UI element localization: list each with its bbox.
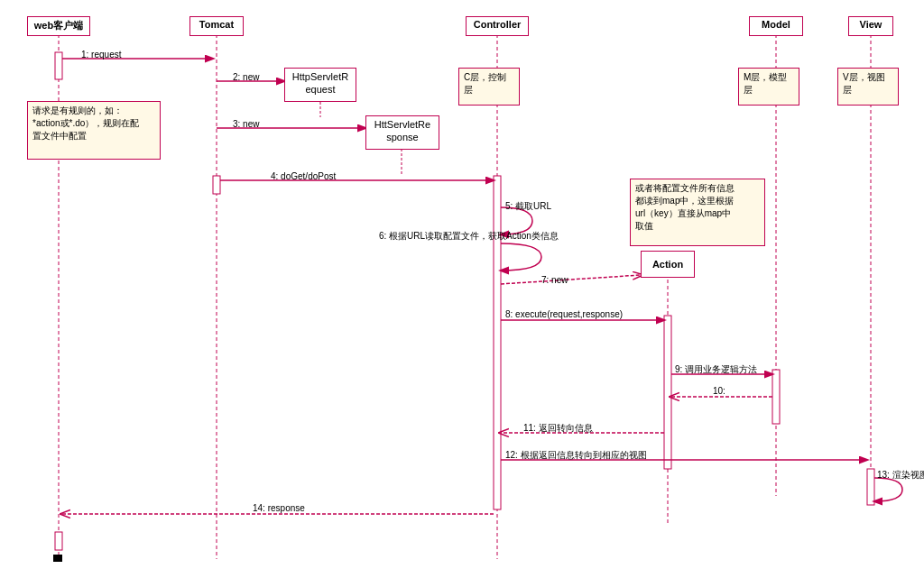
note-view: V层，视图 层	[837, 68, 899, 106]
label-m2: 2: new	[233, 72, 259, 82]
label-m5: 5: 截取URL	[505, 200, 551, 213]
svg-rect-8	[494, 176, 501, 509]
svg-rect-12	[55, 532, 62, 550]
label-m3: 3: new	[233, 119, 259, 129]
svg-line-17	[501, 275, 641, 284]
note-model: M层，模型 层	[738, 68, 799, 106]
label-m8: 8: execute(request,response)	[505, 309, 623, 319]
label-m4: 4: doGet/doPost	[271, 171, 336, 181]
svg-rect-9	[664, 316, 671, 469]
svg-rect-7	[213, 176, 220, 194]
actor-action: Action	[641, 251, 695, 278]
actor-view: View	[848, 16, 893, 36]
label-m11: 11: 返回转向信息	[523, 422, 593, 435]
svg-rect-11	[867, 469, 874, 505]
svg-rect-26	[53, 555, 62, 562]
label-m13: 13: 渲染视图	[877, 469, 924, 482]
actor-model: Model	[749, 16, 803, 36]
label-m7: 7: new	[541, 275, 568, 285]
label-m1: 1: request	[81, 50, 121, 60]
actor-controller: Controller	[466, 16, 529, 36]
label-m10: 10:	[713, 386, 725, 396]
label-m9: 9: 调用业务逻辑方法	[675, 363, 757, 376]
label-m14: 14: response	[253, 503, 305, 513]
label-m12: 12: 根据返回信息转向到相应的视图	[505, 449, 647, 462]
diagram-container: web客户端 Tomcat HttpServletR equest HttSer…	[0, 0, 924, 578]
note-web: 请求是有规则的，如： *action或*.do），规则在配 置文件中配置	[27, 101, 161, 160]
note-controller: C层，控制 层	[458, 68, 520, 106]
svg-rect-6	[55, 52, 62, 79]
actor-httpresponse: HttServletRe sponse	[365, 115, 439, 150]
actor-httprequest: HttpServletR equest	[284, 68, 356, 102]
label-m6: 6: 根据URL读取配置文件，获取Action类信息	[379, 230, 559, 243]
svg-rect-10	[772, 370, 780, 424]
note-map: 或者将配置文件所有信息 都读到map中，这里根据 url（key）直接从map中…	[630, 179, 765, 246]
actor-tomcat: Tomcat	[189, 16, 244, 36]
actor-web: web客户端	[27, 16, 90, 36]
